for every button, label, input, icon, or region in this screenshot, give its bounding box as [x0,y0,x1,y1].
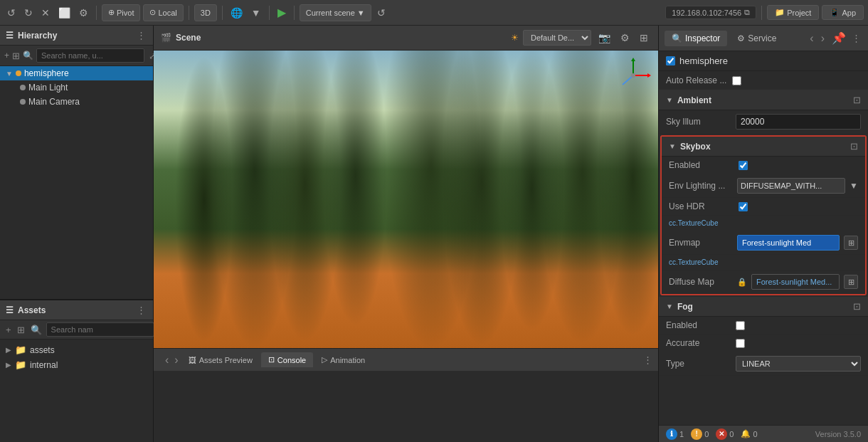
diffuse-map-row: Diffuse Map 🔒 Forest-sunlight Med... ⊞ [662,270,865,294]
globe-button[interactable]: 🌐 [228,6,245,20]
console-icon: ⊡ [268,355,275,364]
ambient-section-header[interactable]: ▼ Ambient ⊡ [659,90,868,110]
bell-status[interactable]: 🔔 0 [741,429,757,438]
play-button[interactable]: ▶ [275,4,289,21]
hierarchy-main-camera-item[interactable]: Main Camera [0,95,153,109]
sep2 [189,6,189,20]
bottom-tabs-menu-btn[interactable]: ⋮ [642,354,654,365]
use-hdr-checkbox[interactable] [739,202,748,211]
envmap-row: Envmap Forest-sunlight Med ⊞ [662,231,865,255]
scene-fullscreen-btn[interactable]: ⊞ [637,31,651,45]
assets-add-btn[interactable]: + [4,325,13,335]
back-btn[interactable]: ↺ [4,6,18,20]
fog-enabled-checkbox[interactable] [736,321,745,330]
assets-panel: ☰ Assets ⋮ + ⊞ 🔍 ⤢ ↺ ▶ 📁 assets [0,300,153,442]
scene-camera-btn[interactable]: 📷 [596,31,613,45]
hierarchy-menu-btn[interactable]: ⋮ [135,30,147,41]
env-lighting-label: Env Lighting ... [669,181,733,191]
assets-search-btn[interactable]: 🔍 [29,325,43,335]
assets-expand-arrow-icon: ▶ [6,346,11,354]
skybox-enabled-checkbox[interactable] [739,161,748,170]
refresh-button[interactable]: ↺ [374,6,388,20]
assets-search-input[interactable] [46,322,154,337]
app-button[interactable]: 📱 App [822,5,864,20]
3d-button[interactable]: 3D [194,4,217,21]
fog-section-header[interactable]: ▼ Fog ⊡ [659,297,868,317]
warn-status[interactable]: ! 0 [691,428,709,440]
env-lighting-row: Env Lighting ... DIFFUSEMAP_WITH... ▼ [662,174,865,198]
maximize-btn[interactable]: ⬜ [55,6,73,20]
auto-release-checkbox[interactable] [732,76,741,85]
sort-icon: ⊞ [12,51,20,61]
skybox-copy-icon: ⊡ [850,141,858,152]
assets-title: Assets [18,305,46,315]
node-enabled-checkbox[interactable] [666,56,675,65]
tab-service[interactable]: ⚙ Service [730,31,783,46]
diffuse-map-browse-btn[interactable]: ⊞ [844,275,858,289]
tab-inspector[interactable]: 🔍 Inspector [665,31,727,46]
inspector-menu-btn[interactable]: ⋮ [850,33,862,43]
hierarchy-header-buttons: ⋮ [135,30,147,41]
forest-overlay [154,51,658,348]
scene-background [154,51,658,348]
assets-item-assets[interactable]: ▶ 📁 assets [0,342,153,357]
main-camera-dot-icon [20,99,26,105]
envmap-browse-btn[interactable]: ⊞ [844,236,858,250]
assets-menu-btn[interactable]: ⋮ [135,305,147,315]
sep5 [294,6,295,20]
hierarchy-header: ☰ Hierarchy ⋮ [0,26,153,46]
scene-viewport[interactable] [154,51,658,348]
animation-icon: ▷ [322,355,327,364]
tab-next-btn[interactable]: › [173,354,179,367]
fog-accurate-row: Accurate [659,335,868,352]
diffuse-map-value[interactable]: Forest-sunlight Med... [751,274,840,290]
bottom-tabs: ‹ › 🖼 Assets Preview ⊡ Console ▷ Animati… [154,348,658,371]
pivot-icon: ⊕ [108,8,115,17]
env-lighting-value: DIFFUSEMAP_WITH... [737,178,845,194]
fog-accurate-checkbox[interactable] [736,339,745,348]
inspector-nav: ‹ › 📌 ⋮ [807,30,862,46]
tab-assets-preview[interactable]: 🖼 Assets Preview [181,353,260,367]
hierarchy-search-bar: + ⊞ 🔍 ⤢ ↺ [0,46,153,66]
stop-btn[interactable]: ✕ [38,6,53,20]
fog-accurate-label: Accurate [666,338,730,348]
main-area: ☰ Hierarchy ⋮ + ⊞ 🔍 ⤢ ↺ ▼ hemisphere [0,26,868,442]
envmap-value[interactable]: Forest-sunlight Med [737,235,840,251]
pivot-button[interactable]: ⊕ Pivot [102,4,140,21]
dropdown-arrow[interactable]: ▼ [248,6,264,20]
assets-item-internal[interactable]: ▶ 📁 internal [0,357,153,372]
assets-sort-btn[interactable]: ⊞ [16,325,26,335]
error-status[interactable]: ✕ 0 [716,428,734,440]
local-button[interactable]: ⊙ Local [143,4,183,21]
inspector-prev-btn[interactable]: ‹ [807,31,816,46]
bell-count: 0 [753,430,757,438]
hierarchy-root-item[interactable]: ▼ hemisphere [0,66,153,80]
inspector-next-btn[interactable]: › [818,31,827,46]
tab-nav: ‹ › [164,354,180,367]
scene-settings-btn[interactable]: ⚙ [618,31,633,45]
inspector-pin-btn[interactable]: 📌 [829,30,849,46]
svg-point-5 [631,73,635,78]
scene-view-select[interactable]: Default De... [523,30,591,46]
settings-btn[interactable]: ⚙ [76,6,91,20]
tab-console[interactable]: ⊡ Console [261,352,313,367]
envmap-type-row: cc.TextureCube [662,216,865,231]
main-light-label: Main Light [28,83,68,93]
sky-illum-input[interactable] [736,114,861,130]
tab-prev-btn[interactable]: ‹ [164,354,170,367]
hierarchy-search-input[interactable] [36,48,144,63]
hierarchy-icon: ☰ [6,31,14,41]
left-panel: ☰ Hierarchy ⋮ + ⊞ 🔍 ⤢ ↺ ▼ hemisphere [0,26,154,442]
envmap-texture-type-label: cc.TextureCube [669,219,858,227]
skybox-header[interactable]: ▼ Skybox ⊡ [662,137,865,157]
sep3 [222,6,223,20]
hierarchy-main-light-item[interactable]: Main Light [0,80,153,95]
tab-animation[interactable]: ▷ Animation [314,352,372,367]
current-scene-button[interactable]: Current scene ▼ [300,4,371,21]
search-icon: + [4,51,9,60]
assets-preview-icon: 🖼 [189,356,196,364]
project-button[interactable]: 📁 Project [767,5,819,20]
fog-type-select[interactable]: LINEAR [736,356,861,372]
forward-btn[interactable]: ↻ [21,6,36,20]
info-status[interactable]: ℹ 1 [666,428,684,440]
